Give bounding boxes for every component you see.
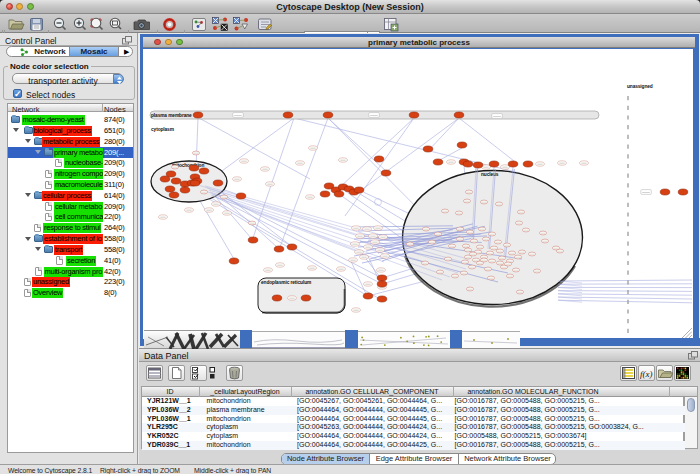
- svg-text:nucleus: nucleus: [481, 172, 499, 177]
- svg-text:cytoplasm: cytoplasm: [151, 127, 174, 132]
- svg-text:endoplasmic reticulum: endoplasmic reticulum: [261, 280, 311, 285]
- svg-text:unassigned: unassigned: [627, 84, 653, 89]
- svg-text:f(x): f(x): [640, 369, 653, 379]
- svg-text:plasma membrane: plasma membrane: [151, 113, 192, 118]
